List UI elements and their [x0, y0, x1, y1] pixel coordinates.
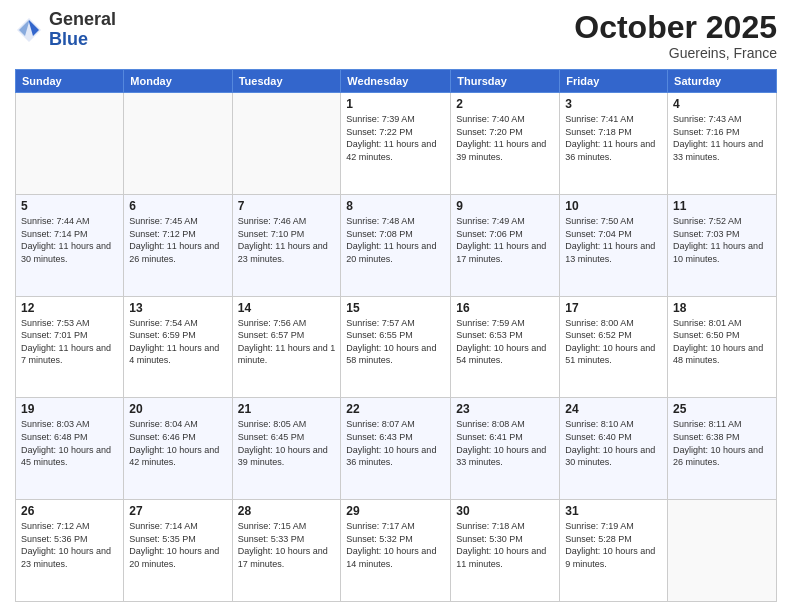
day-info-0-5: Sunrise: 7:41 AM Sunset: 7:18 PM Dayligh…: [565, 113, 662, 163]
day-info-3-0: Sunrise: 8:03 AM Sunset: 6:48 PM Dayligh…: [21, 418, 118, 468]
cell-4-6: [668, 500, 777, 602]
cell-3-6: 25Sunrise: 8:11 AM Sunset: 6:38 PM Dayli…: [668, 398, 777, 500]
cell-0-0: [16, 93, 124, 195]
day-info-1-5: Sunrise: 7:50 AM Sunset: 7:04 PM Dayligh…: [565, 215, 662, 265]
day-num-1-0: 5: [21, 199, 118, 213]
cell-2-5: 17Sunrise: 8:00 AM Sunset: 6:52 PM Dayli…: [560, 296, 668, 398]
cell-3-1: 20Sunrise: 8:04 AM Sunset: 6:46 PM Dayli…: [124, 398, 232, 500]
cell-2-3: 15Sunrise: 7:57 AM Sunset: 6:55 PM Dayli…: [341, 296, 451, 398]
day-info-3-2: Sunrise: 8:05 AM Sunset: 6:45 PM Dayligh…: [238, 418, 336, 468]
day-num-4-3: 29: [346, 504, 445, 518]
cell-3-3: 22Sunrise: 8:07 AM Sunset: 6:43 PM Dayli…: [341, 398, 451, 500]
cell-1-2: 7Sunrise: 7:46 AM Sunset: 7:10 PM Daylig…: [232, 194, 341, 296]
week-row-2: 12Sunrise: 7:53 AM Sunset: 7:01 PM Dayli…: [16, 296, 777, 398]
day-num-4-2: 28: [238, 504, 336, 518]
cell-0-5: 3Sunrise: 7:41 AM Sunset: 7:18 PM Daylig…: [560, 93, 668, 195]
day-info-1-3: Sunrise: 7:48 AM Sunset: 7:08 PM Dayligh…: [346, 215, 445, 265]
header-sunday: Sunday: [16, 70, 124, 93]
week-row-4: 26Sunrise: 7:12 AM Sunset: 5:36 PM Dayli…: [16, 500, 777, 602]
header-thursday: Thursday: [451, 70, 560, 93]
cell-1-1: 6Sunrise: 7:45 AM Sunset: 7:12 PM Daylig…: [124, 194, 232, 296]
header-wednesday: Wednesday: [341, 70, 451, 93]
day-num-2-4: 16: [456, 301, 554, 315]
day-info-1-0: Sunrise: 7:44 AM Sunset: 7:14 PM Dayligh…: [21, 215, 118, 265]
cell-4-2: 28Sunrise: 7:15 AM Sunset: 5:33 PM Dayli…: [232, 500, 341, 602]
day-num-2-0: 12: [21, 301, 118, 315]
day-num-1-1: 6: [129, 199, 226, 213]
day-num-3-5: 24: [565, 402, 662, 416]
day-info-3-5: Sunrise: 8:10 AM Sunset: 6:40 PM Dayligh…: [565, 418, 662, 468]
header-saturday: Saturday: [668, 70, 777, 93]
day-info-1-1: Sunrise: 7:45 AM Sunset: 7:12 PM Dayligh…: [129, 215, 226, 265]
cell-2-1: 13Sunrise: 7:54 AM Sunset: 6:59 PM Dayli…: [124, 296, 232, 398]
cell-2-4: 16Sunrise: 7:59 AM Sunset: 6:53 PM Dayli…: [451, 296, 560, 398]
day-info-1-6: Sunrise: 7:52 AM Sunset: 7:03 PM Dayligh…: [673, 215, 771, 265]
day-num-3-1: 20: [129, 402, 226, 416]
day-num-2-5: 17: [565, 301, 662, 315]
day-info-0-3: Sunrise: 7:39 AM Sunset: 7:22 PM Dayligh…: [346, 113, 445, 163]
day-num-1-2: 7: [238, 199, 336, 213]
week-row-0: 1Sunrise: 7:39 AM Sunset: 7:22 PM Daylig…: [16, 93, 777, 195]
page: General Blue October 2025 Guereins, Fran…: [0, 0, 792, 612]
day-info-4-5: Sunrise: 7:19 AM Sunset: 5:28 PM Dayligh…: [565, 520, 662, 570]
cell-3-0: 19Sunrise: 8:03 AM Sunset: 6:48 PM Dayli…: [16, 398, 124, 500]
day-num-3-4: 23: [456, 402, 554, 416]
header: General Blue October 2025 Guereins, Fran…: [15, 10, 777, 61]
cell-1-0: 5Sunrise: 7:44 AM Sunset: 7:14 PM Daylig…: [16, 194, 124, 296]
calendar: Sunday Monday Tuesday Wednesday Thursday…: [15, 69, 777, 602]
day-info-2-0: Sunrise: 7:53 AM Sunset: 7:01 PM Dayligh…: [21, 317, 118, 367]
day-num-4-0: 26: [21, 504, 118, 518]
day-info-1-2: Sunrise: 7:46 AM Sunset: 7:10 PM Dayligh…: [238, 215, 336, 265]
cell-1-6: 11Sunrise: 7:52 AM Sunset: 7:03 PM Dayli…: [668, 194, 777, 296]
cell-0-1: [124, 93, 232, 195]
cell-1-3: 8Sunrise: 7:48 AM Sunset: 7:08 PM Daylig…: [341, 194, 451, 296]
day-info-4-3: Sunrise: 7:17 AM Sunset: 5:32 PM Dayligh…: [346, 520, 445, 570]
day-info-0-6: Sunrise: 7:43 AM Sunset: 7:16 PM Dayligh…: [673, 113, 771, 163]
day-info-2-4: Sunrise: 7:59 AM Sunset: 6:53 PM Dayligh…: [456, 317, 554, 367]
day-num-2-3: 15: [346, 301, 445, 315]
day-info-2-6: Sunrise: 8:01 AM Sunset: 6:50 PM Dayligh…: [673, 317, 771, 367]
day-num-3-3: 22: [346, 402, 445, 416]
day-info-1-4: Sunrise: 7:49 AM Sunset: 7:06 PM Dayligh…: [456, 215, 554, 265]
day-num-4-5: 31: [565, 504, 662, 518]
cell-4-3: 29Sunrise: 7:17 AM Sunset: 5:32 PM Dayli…: [341, 500, 451, 602]
day-info-0-4: Sunrise: 7:40 AM Sunset: 7:20 PM Dayligh…: [456, 113, 554, 163]
cell-0-4: 2Sunrise: 7:40 AM Sunset: 7:20 PM Daylig…: [451, 93, 560, 195]
day-num-0-4: 2: [456, 97, 554, 111]
day-num-1-3: 8: [346, 199, 445, 213]
cell-4-1: 27Sunrise: 7:14 AM Sunset: 5:35 PM Dayli…: [124, 500, 232, 602]
day-num-0-5: 3: [565, 97, 662, 111]
day-num-1-6: 11: [673, 199, 771, 213]
day-num-1-4: 9: [456, 199, 554, 213]
logo: General Blue: [15, 10, 116, 50]
day-info-4-1: Sunrise: 7:14 AM Sunset: 5:35 PM Dayligh…: [129, 520, 226, 570]
day-num-2-2: 14: [238, 301, 336, 315]
day-num-0-3: 1: [346, 97, 445, 111]
day-info-2-3: Sunrise: 7:57 AM Sunset: 6:55 PM Dayligh…: [346, 317, 445, 367]
cell-2-2: 14Sunrise: 7:56 AM Sunset: 6:57 PM Dayli…: [232, 296, 341, 398]
cell-1-4: 9Sunrise: 7:49 AM Sunset: 7:06 PM Daylig…: [451, 194, 560, 296]
day-num-4-1: 27: [129, 504, 226, 518]
cell-3-5: 24Sunrise: 8:10 AM Sunset: 6:40 PM Dayli…: [560, 398, 668, 500]
cell-1-5: 10Sunrise: 7:50 AM Sunset: 7:04 PM Dayli…: [560, 194, 668, 296]
week-row-1: 5Sunrise: 7:44 AM Sunset: 7:14 PM Daylig…: [16, 194, 777, 296]
logo-blue: Blue: [49, 29, 88, 49]
month-title: October 2025: [574, 10, 777, 45]
day-info-2-5: Sunrise: 8:00 AM Sunset: 6:52 PM Dayligh…: [565, 317, 662, 367]
cell-0-6: 4Sunrise: 7:43 AM Sunset: 7:16 PM Daylig…: [668, 93, 777, 195]
logo-text: General Blue: [49, 10, 116, 50]
day-info-4-4: Sunrise: 7:18 AM Sunset: 5:30 PM Dayligh…: [456, 520, 554, 570]
weekday-header-row: Sunday Monday Tuesday Wednesday Thursday…: [16, 70, 777, 93]
header-monday: Monday: [124, 70, 232, 93]
logo-general: General: [49, 9, 116, 29]
day-info-3-4: Sunrise: 8:08 AM Sunset: 6:41 PM Dayligh…: [456, 418, 554, 468]
day-num-2-1: 13: [129, 301, 226, 315]
day-info-3-6: Sunrise: 8:11 AM Sunset: 6:38 PM Dayligh…: [673, 418, 771, 468]
title-block: October 2025 Guereins, France: [574, 10, 777, 61]
day-num-3-6: 25: [673, 402, 771, 416]
day-num-0-6: 4: [673, 97, 771, 111]
cell-3-2: 21Sunrise: 8:05 AM Sunset: 6:45 PM Dayli…: [232, 398, 341, 500]
cell-0-2: [232, 93, 341, 195]
header-friday: Friday: [560, 70, 668, 93]
cell-3-4: 23Sunrise: 8:08 AM Sunset: 6:41 PM Dayli…: [451, 398, 560, 500]
